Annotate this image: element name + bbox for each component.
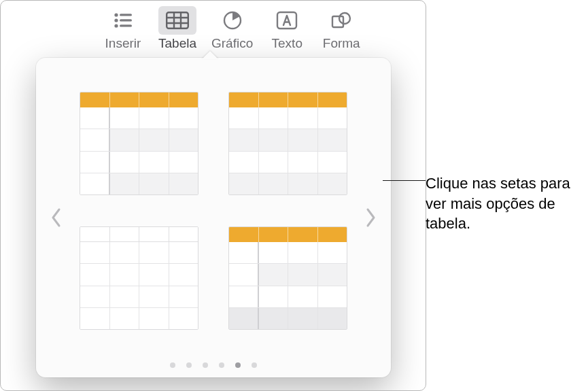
page-dot[interactable] <box>170 362 175 368</box>
svg-rect-3 <box>120 19 132 21</box>
table-style-option[interactable] <box>228 226 347 330</box>
toolbar-item-insert[interactable]: Inserir <box>96 6 150 51</box>
toolbar-item-label: Inserir <box>105 36 141 51</box>
svg-rect-1 <box>120 14 132 16</box>
toolbar-item-label: Gráfico <box>211 36 253 51</box>
list-bullet-icon <box>104 6 142 35</box>
page-dot[interactable] <box>252 362 257 368</box>
toolbar-item-shape[interactable]: Forma <box>314 6 368 51</box>
page-dot[interactable] <box>219 362 224 368</box>
table-styles-popover <box>36 58 391 377</box>
callout-text: Clique nas setas para ver mais opções de… <box>426 173 583 234</box>
shapes-icon <box>322 6 360 35</box>
svg-point-0 <box>114 13 118 16</box>
table-style-option[interactable] <box>80 226 198 330</box>
chevron-right-icon <box>364 207 377 228</box>
app-window: Inserir Tabela Gráfico <box>0 0 426 391</box>
pie-chart-icon <box>213 6 252 35</box>
chevron-left-icon <box>50 207 63 228</box>
toolbar-item-text[interactable]: Texto <box>260 6 314 51</box>
toolbar-item-label: Texto <box>272 36 302 51</box>
carousel <box>36 58 391 377</box>
table-icon <box>158 6 196 35</box>
toolbar-item-table[interactable]: Tabela <box>150 6 205 51</box>
svg-point-14 <box>339 13 350 24</box>
svg-rect-5 <box>120 24 132 27</box>
toolbar-item-label: Tabela <box>158 36 196 51</box>
svg-point-2 <box>114 18 118 22</box>
page-dot[interactable] <box>203 362 208 368</box>
callout-leader-line <box>383 180 426 181</box>
svg-rect-6 <box>167 12 188 29</box>
textbox-icon <box>268 6 306 35</box>
page-dot[interactable] <box>235 362 241 368</box>
toolbar: Inserir Tabela Gráfico <box>1 1 426 58</box>
table-style-option[interactable] <box>80 92 198 195</box>
prev-arrow[interactable] <box>41 207 71 228</box>
next-arrow[interactable] <box>356 207 385 228</box>
table-style-option[interactable] <box>228 92 347 195</box>
page-dot[interactable] <box>186 362 192 368</box>
svg-rect-13 <box>332 16 343 27</box>
toolbar-item-label: Forma <box>323 36 360 51</box>
svg-rect-12 <box>277 12 296 29</box>
svg-point-4 <box>114 24 118 27</box>
table-styles-grid <box>71 58 356 377</box>
toolbar-item-chart[interactable]: Gráfico <box>205 6 260 51</box>
page-dots <box>36 362 391 368</box>
